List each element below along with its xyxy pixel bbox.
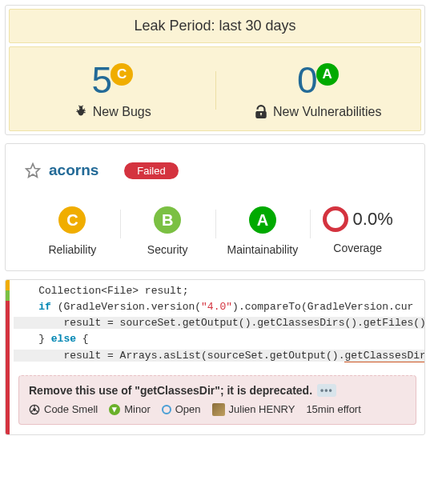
issue-meta: Code Smell ▾ Minor Open Julien HENRY 15m… [29,403,406,416]
severity-minor-icon: ▾ [109,404,120,415]
new-bugs-grade: C [111,63,133,86]
metric-new-vulnerabilities[interactable]: 0 A New Vulnerabilities [215,62,421,119]
svg-point-2 [34,408,36,410]
project-name-link[interactable]: acorns [49,162,98,179]
issue-status[interactable]: Open [162,403,201,415]
leak-header: Leak Period: last 30 days [9,9,421,43]
leak-period-panel: Leak Period: last 30 days 5 C New Bugs 0… [5,5,425,135]
source-code: Collection<File> result; if (GradleVersi… [6,280,424,372]
new-vulns-label: New Vulnerabilities [273,105,381,119]
new-bugs-count: 5 [91,62,112,98]
status-open-icon [162,405,171,414]
quality-gate-status: Failed [124,162,178,179]
new-vulns-count: 0 [297,62,318,98]
security-grade: B [154,206,181,234]
maintainability-rating[interactable]: A Maintainability [215,206,311,256]
svg-marker-0 [26,164,40,178]
maintainability-grade: A [249,206,276,234]
ratings-row: C Reliability B Security A Maintainabili… [25,206,405,256]
issue-box[interactable]: Remove this use of "getClassesDir"; it i… [18,375,416,425]
metric-new-bugs[interactable]: 5 C New Bugs [10,62,215,119]
issue-effort: 15min effort [306,403,360,415]
security-rating[interactable]: B Security [120,206,215,256]
unlock-icon [254,105,268,119]
issue-type[interactable]: Code Smell [29,403,98,415]
svg-line-4 [31,410,33,411]
new-bugs-label: New Bugs [93,105,151,119]
avatar [212,403,225,416]
coverage-donut-icon [323,206,348,232]
project-panel: acorns Failed C Reliability B Security A… [5,143,425,271]
reliability-label: Reliability [25,243,120,256]
maintainability-label: Maintainability [215,243,311,256]
coverage-label: Coverage [310,242,405,254]
issue-assignee[interactable]: Julien HENRY [212,403,295,416]
favorite-star-icon[interactable] [25,162,41,178]
security-label: Security [120,243,215,256]
project-header: acorns Failed [25,162,405,179]
leak-body: 5 C New Bugs 0 A New Vulnerabilities [9,46,421,131]
issue-severity[interactable]: ▾ Minor [109,403,151,415]
issue-more-icon[interactable]: ••• [317,384,336,397]
code-smell-icon [29,404,40,415]
bug-icon [74,105,88,119]
new-vulns-grade: A [316,63,339,86]
issue-message: Remove this use of "getClassesDir"; it i… [29,384,312,397]
coverage-value: 0.0% [353,209,393,230]
coverage-cell[interactable]: 0.0% Coverage [310,206,405,256]
code-issue-panel: Collection<File> result; if (GradleVersi… [5,279,425,435]
svg-line-5 [36,410,38,411]
reliability-grade: C [58,206,86,234]
issue-title-row: Remove this use of "getClassesDir"; it i… [29,384,406,397]
reliability-rating[interactable]: C Reliability [25,206,120,256]
